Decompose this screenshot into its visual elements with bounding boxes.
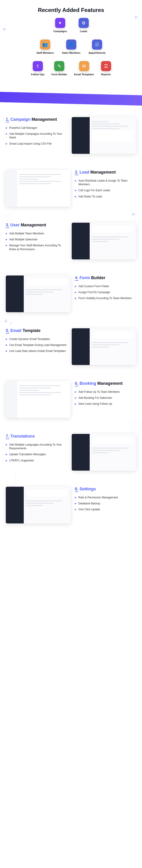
formbuilder-icon: ✎ — [54, 61, 64, 71]
bullet-list: Add Custom Form FieldsAssign FormTo Camp… — [75, 284, 136, 300]
section-1: 1. Campaign ManagementPowerful Call Mana… — [0, 113, 142, 165]
bullet-item: Call Logs For Each Leads — [75, 188, 136, 192]
feature-label: Sales Members — [62, 52, 80, 54]
bullet-item: Use Email Template During Lead Managemen… — [6, 343, 67, 347]
section-title: 6. Booking Management — [75, 381, 136, 386]
appointments-icon: ☷ — [92, 39, 102, 50]
section-text: 6. Booking ManagementAdd Follow Up To Te… — [75, 381, 136, 408]
bullet-list: Powerful Call ManagerAdd Multiple Campai… — [6, 126, 67, 146]
staff-icon: 👥 — [40, 39, 50, 50]
bullet-item: Add Multiple Campaigns According To Your… — [6, 132, 67, 140]
bullet-item: Role & Permission Management — [75, 496, 136, 499]
bullet-item: Powerful Call Manager — [6, 126, 67, 130]
feature-reports: ☰ Reports — [101, 61, 111, 76]
section-text: 7. TranslationsAdd Multiple Languages Ac… — [6, 434, 67, 465]
section-text: 8. SettingsRole & Permission ManagementD… — [75, 487, 136, 514]
features-row-3: ⇧ Follow Ups ✎ Form Builder ✉ Email Temp… — [9, 61, 133, 76]
feature-label: Follow Ups — [31, 73, 45, 76]
campaigns-icon: ✦ — [55, 18, 65, 28]
followups-icon: ⇧ — [33, 61, 43, 71]
bullet-item: One Click Update — [75, 507, 136, 511]
bullet-item: Create Dynamic Email Templates — [6, 337, 67, 341]
section-text: 4. Form BuilderAdd Custom Form FieldsAss… — [75, 276, 136, 303]
bullet-item: Form Visibility According To Team Member… — [75, 297, 136, 300]
bullet-item: Add Notes To Lead — [75, 195, 136, 198]
feature-label: Form Builder — [51, 73, 67, 76]
section-title: 5. Email Template — [6, 328, 67, 333]
bullet-item: Use Lead Data Values Inside Email Templa… — [6, 349, 67, 353]
feature-label: Leads — [80, 30, 87, 33]
page-title: Recently Added Features — [0, 0, 142, 18]
section-screenshot — [6, 170, 70, 207]
section-2: ▷2. Lead ManagementAuto Distribute Leads… — [0, 165, 142, 218]
section-text: 2. Lead ManagementAuto Distribute Leads … — [75, 170, 136, 200]
email-icon: ✉ — [79, 61, 89, 71]
section-8: 8. SettingsRole & Permission ManagementD… — [0, 482, 142, 535]
section-5: ▽5. Email TemplateCreate Dynamic Email T… — [0, 324, 142, 376]
section-3: 3. User ManagementAdd Multiple Team Memb… — [0, 218, 142, 271]
feature-form-builder: ✎ Form Builder — [51, 61, 67, 76]
decoration-triangle-icon: ▷ — [3, 27, 6, 31]
section-title: 2. Lead Management — [75, 170, 136, 175]
feature-label: Email Templates — [74, 73, 94, 76]
section-screenshot — [6, 487, 70, 523]
features-row-2: 👥 Staff Members 👤 Sales Members ☷ Appoin… — [9, 39, 133, 54]
section-4: ✓4. Form BuilderAdd Custom Form FieldsAs… — [0, 271, 142, 324]
feature-email-templates: ✉ Email Templates — [74, 61, 94, 76]
section-screenshot — [6, 276, 70, 312]
section-screenshot — [6, 381, 70, 418]
leads-icon: ⚙ — [78, 18, 89, 28]
section-screenshot — [72, 117, 136, 154]
bullet-item: Add Follow Up To Team Members — [75, 390, 136, 394]
bullet-item: Add Custom Form Fields — [75, 284, 136, 288]
bullet-list: Add Multiple Team MembersAdd Multiple Sa… — [6, 231, 67, 251]
feature-label: Reports — [101, 73, 111, 76]
section-6: 6. Booking ManagementAdd Follow Up To Te… — [0, 376, 142, 429]
bullet-list: Add Multiple Languages According To Your… — [6, 443, 67, 462]
feature-appointments: ☷ Appointments — [89, 39, 105, 54]
features-row-1: ✦ Campaigns ⚙ Leads — [9, 18, 133, 33]
bullet-item: Add Booking For Salesman — [75, 396, 136, 400]
sales-icon: 👤 — [66, 39, 76, 50]
section-title: 1. Campaign Management — [6, 117, 67, 122]
feature-follow-ups: ⇧ Follow Ups — [31, 61, 45, 76]
diagonal-banner — [0, 92, 142, 105]
bullet-item: Database Backup — [75, 502, 136, 505]
section-title: 4. Form Builder — [75, 276, 136, 280]
bullet-item: LTR/RTL Supported — [6, 459, 67, 462]
bullet-item: Update Translation Messages — [6, 453, 67, 456]
section-7: 7. TranslationsAdd Multiple Languages Ac… — [0, 429, 142, 482]
section-title: 7. Translations — [6, 434, 67, 439]
section-screenshot — [72, 328, 136, 365]
section-screenshot — [72, 223, 136, 259]
bullet-item: Add Multiple Team Members — [6, 231, 67, 235]
feature-campaigns: ✦ Campaigns — [53, 18, 67, 33]
section-title: 3. User Management — [6, 223, 67, 227]
feature-label: Appointments — [89, 52, 105, 54]
reports-icon: ☰ — [101, 61, 111, 71]
bullet-list: Create Dynamic Email TemplatesUse Email … — [6, 337, 67, 353]
bullet-list: Add Follow Up To Team MembersAdd Booking… — [75, 390, 136, 406]
bullet-item: Smart Lead Import Using CSV File — [6, 142, 67, 146]
feature-leads: ⚙ Leads — [78, 18, 89, 33]
bullet-item: Manage Your Staff Members According To R… — [6, 244, 67, 251]
section-text: 3. User ManagementAdd Multiple Team Memb… — [6, 223, 67, 253]
feature-sales-members: 👤 Sales Members — [62, 39, 80, 54]
section-text: 1. Campaign ManagementPowerful Call Mana… — [6, 117, 67, 148]
bullet-item: Assign FormTo Campaign — [75, 290, 136, 294]
section-text: 5. Email TemplateCreate Dynamic Email Te… — [6, 328, 67, 355]
bullet-item: Start Lead Using Follow Up — [75, 402, 136, 406]
bullet-list: Auto Distribute Leads & Assign To Team M… — [75, 179, 136, 198]
bullet-list: Role & Permission ManagementDatabase Bac… — [75, 496, 136, 512]
feature-label: Campaigns — [53, 30, 67, 33]
bullet-item: Add Multiple Languages According To Your… — [6, 443, 67, 450]
bullet-item: Auto Distribute Leads & Assign To Team M… — [75, 179, 136, 186]
feature-staff-members: 👥 Staff Members — [37, 39, 54, 54]
section-title: 8. Settings — [75, 487, 136, 492]
section-screenshot — [72, 434, 136, 471]
feature-label: Staff Members — [37, 52, 54, 54]
features-grid: ▷ ▽ ✦ Campaigns ⚙ Leads 👥 Staff Members … — [0, 18, 142, 92]
bullet-item: Add Multiple Salesman — [6, 238, 67, 241]
